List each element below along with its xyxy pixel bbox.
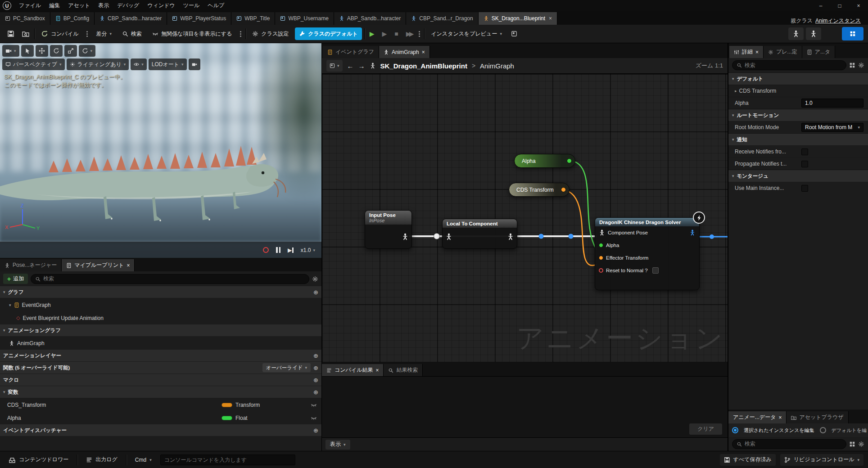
add-button[interactable]: + 追加 — [3, 274, 28, 284]
node-input-pose[interactable]: Input Pose InPose — [365, 210, 412, 249]
select-tool-button[interactable] — [21, 45, 34, 57]
play-button[interactable]: ▶ — [367, 27, 377, 40]
graph-picker-dropdown[interactable]: ▾ — [326, 60, 343, 72]
asset-tab-pc-sandbox[interactable]: PC_Sandbox — [0, 12, 50, 25]
play-options-kebab-icon[interactable] — [419, 33, 420, 35]
menu-view[interactable]: 表示 — [94, 0, 113, 11]
asset-tab-cbp-character[interactable]: CBP_Sandb...haracter — [95, 12, 167, 25]
snap-toggle-button[interactable]: ▾ — [79, 45, 96, 57]
item-event-update-animation[interactable]: ◇ Event Blueprint Update Animation — [0, 311, 321, 324]
breadcrumb-leaf[interactable]: AnimGraph — [480, 62, 514, 70]
graph-canvas[interactable]: アニメーション Alpha CDS Transform Input Pose — [322, 74, 728, 362]
preview-instance-dropdown[interactable]: インスタンスをプレビュー ▾ — [427, 27, 506, 40]
add-variable-icon[interactable]: ⊕ — [313, 389, 318, 396]
preview-mesh-button-2[interactable] — [806, 27, 821, 40]
anim-preview-search-input[interactable]: 検索 — [732, 439, 846, 449]
category-root-motion[interactable]: ▾ ルートモーション — [728, 109, 868, 121]
lod-dropdown[interactable]: LODオート ▾ — [149, 58, 187, 70]
menu-debug[interactable]: デバッグ — [113, 0, 143, 11]
console-command-input[interactable] — [160, 454, 295, 465]
display-filter-icon[interactable] — [849, 62, 855, 68]
save-button[interactable] — [5, 27, 17, 40]
pose-output-pin[interactable] — [402, 233, 409, 240]
browse-asset-button[interactable] — [19, 27, 32, 40]
category-graphs[interactable]: ▾ グラフ ⊕ — [0, 286, 321, 298]
display-filter-icon[interactable] — [849, 441, 855, 447]
close-tab-icon[interactable]: × — [422, 49, 425, 55]
cmd-dropdown[interactable]: Cmd ▾ — [131, 454, 156, 466]
close-tab-icon[interactable]: × — [127, 262, 130, 269]
output-log-button[interactable]: 出力ログ — [82, 454, 122, 466]
category-default[interactable]: ▾ デフォルト — [728, 72, 868, 85]
detail-row-cds-transform[interactable]: ▸ CDS Transform — [728, 85, 868, 97]
bool-input-pin[interactable] — [599, 268, 603, 273]
back-icon[interactable]: ← — [347, 62, 354, 70]
playback-speed-dropdown[interactable]: x1.0 ▾ — [301, 247, 315, 253]
revision-control-button[interactable]: リビジョンコントロール ▾ — [780, 454, 863, 466]
item-eventgraph[interactable]: ▾ EventGraph — [0, 298, 321, 311]
transform-input-pin[interactable] — [599, 256, 603, 260]
record-icon[interactable] — [263, 247, 269, 253]
close-icon[interactable]: × — [849, 0, 868, 11]
category-functions[interactable]: 関数 (5 オーバーライド可能) オーバーライド ▾ ⊕ — [0, 362, 321, 374]
edit-selected-instance-radio[interactable] — [732, 427, 738, 433]
node-local-to-component[interactable]: Local To Component — [442, 219, 517, 249]
asset-tab-wbp-username[interactable]: WBP_Username — [275, 12, 334, 25]
menu-tools[interactable]: ツール — [179, 0, 204, 11]
add-macro-icon[interactable]: ⊕ — [313, 377, 318, 383]
hide-unrelated-kebab-icon[interactable] — [240, 33, 241, 35]
asset-tab-wbp-title[interactable]: WBP_Title — [231, 12, 275, 25]
close-tab-icon[interactable]: × — [755, 49, 759, 55]
tab-animgraph[interactable]: AnimGraph × — [379, 46, 430, 58]
tab-details[interactable]: 詳細 × — [729, 46, 764, 58]
pose-input-pin[interactable] — [599, 230, 605, 236]
show-filter-dropdown[interactable]: 表示 ▾ — [326, 440, 350, 450]
close-tab-icon[interactable]: × — [375, 367, 379, 374]
gear-icon[interactable] — [312, 276, 318, 282]
menu-edit[interactable]: 編集 — [45, 0, 64, 11]
close-tab-icon[interactable]: × — [778, 414, 782, 421]
hide-unrelated-button[interactable]: 無関係な項目を非表示にする — [148, 27, 236, 40]
add-graph-icon[interactable]: ⊕ — [313, 289, 318, 296]
unreal-logo-icon[interactable]: U — [3, 1, 11, 10]
menu-asset[interactable]: アセット — [64, 0, 94, 11]
step-forward-icon[interactable]: ▶ — [288, 247, 294, 253]
compile-options-kebab-icon[interactable] — [86, 33, 88, 35]
category-animation-graphs[interactable]: ▾ アニメーショングラフ — [0, 324, 321, 336]
perspective-dropdown[interactable]: パースペクティブ ▾ — [2, 58, 65, 70]
clear-button[interactable]: クリア — [689, 423, 722, 435]
tab-compile-results[interactable]: コンパイル結果 × — [322, 364, 384, 376]
forward-icon[interactable]: → — [358, 62, 365, 70]
tab-pose-manager[interactable]: Pose...ネージャー — [0, 259, 62, 271]
rotate-tool-button[interactable] — [50, 45, 63, 57]
screenshot-button[interactable] — [189, 58, 200, 70]
save-status-button[interactable]: すべて保存済み — [720, 454, 776, 466]
diff-button[interactable]: 差分 ▾ — [92, 27, 116, 40]
float-input-pin[interactable] — [599, 243, 603, 248]
class-defaults-button[interactable]: クラスのデフォルト — [295, 27, 362, 40]
stop-button[interactable]: ■ — [392, 27, 401, 40]
float-pin[interactable] — [567, 158, 572, 163]
preview-viewport[interactable]: ▾ ▾ パースペクティブ ▾ ライティングあり ▾ ▾ — [0, 43, 321, 258]
transform-pin[interactable] — [561, 187, 566, 192]
pose-output-pin[interactable] — [689, 230, 696, 236]
scale-tool-button[interactable] — [64, 45, 77, 57]
my-blueprint-search-input[interactable]: 検索 — [31, 274, 309, 284]
visibility-closed-eye-icon[interactable] — [311, 415, 317, 421]
add-function-icon[interactable]: ⊕ — [313, 364, 318, 371]
category-notifies[interactable]: ▾ 通知 — [728, 133, 868, 145]
tab-my-blueprint[interactable]: マイブループリント × — [62, 259, 135, 271]
root-motion-mode-dropdown[interactable]: Root Motion from M ▾ — [801, 123, 863, 132]
edit-defaults-radio[interactable] — [820, 427, 826, 433]
category-macros[interactable]: マクロ ⊕ — [0, 374, 321, 386]
override-dropdown[interactable]: オーバーライド ▾ — [262, 363, 311, 372]
asset-tab-abp-character[interactable]: ABP_Sandb...haracter — [334, 12, 406, 25]
asset-tab-cbp-dragon[interactable]: CBP_Sand...r_Dragon — [406, 12, 478, 25]
tab-preview-settings[interactable]: プレ...定 — [764, 46, 802, 58]
menu-file[interactable]: ファイル — [15, 0, 45, 11]
pose-input-pin[interactable] — [445, 233, 452, 240]
content-drawer-button[interactable]: コンテンツドロワー — [5, 454, 72, 466]
tab-asset-browser[interactable]: アセットブラウザ — [787, 411, 848, 423]
item-animgraph[interactable]: AnimGraph — [0, 337, 321, 350]
expand-icon[interactable]: ▾ — [9, 303, 11, 307]
